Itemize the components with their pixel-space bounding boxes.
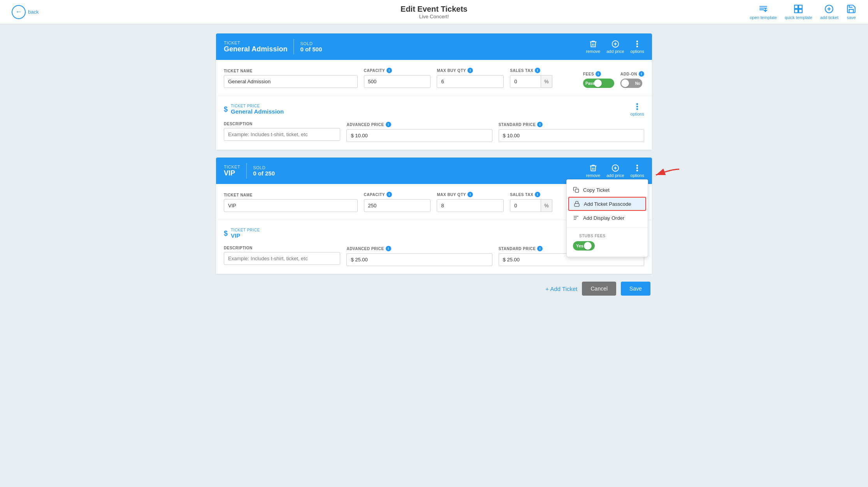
maxbuy-info-icon: i (467, 68, 473, 73)
ga-std-price-field: STANDARD PRICE i (499, 122, 644, 142)
ga-name-input[interactable] (224, 75, 358, 88)
vip-capacity-label: CAPACITY i (364, 192, 431, 197)
vip-options-dropdown: Copy Ticket Add Ticket Passcode Add Disp… (566, 179, 648, 257)
ga-addon-toggle-text: No (635, 81, 640, 86)
page-title-area: Edit Event Tickets Live Concert! (401, 5, 467, 19)
vip-ticket-name: VIP (224, 169, 240, 177)
vip-options-button[interactable]: options (631, 164, 644, 178)
save-toolbar-button[interactable]: save (846, 4, 856, 20)
vip-adv-label: ADVANCED PRICE i (346, 246, 492, 251)
ga-std-input[interactable] (499, 129, 644, 142)
vip-salestax-info-icon: i (535, 192, 540, 197)
svg-point-14 (637, 106, 638, 107)
vip-salestax-input[interactable] (510, 199, 541, 212)
ga-desc-input[interactable] (224, 128, 340, 141)
fees-info-icon: i (596, 71, 601, 77)
cancel-button[interactable]: Cancel (582, 282, 616, 296)
ga-ticket-label: Ticket (224, 40, 287, 45)
vip-desc-field: DESCRIPTION (224, 246, 340, 266)
ga-price-header-left: $ Ticket Price General Admission (224, 104, 284, 115)
main-content: Ticket General Admission Sold 0 of 500 r… (200, 24, 668, 305)
vip-divider (246, 163, 247, 179)
page-title: Edit Event Tickets (401, 5, 467, 14)
vip-add-price-button[interactable]: add price (606, 164, 624, 178)
vip-adv-input[interactable] (346, 253, 492, 266)
vip-capacity-info-icon: i (387, 192, 392, 197)
vip-dollar-icon: $ (224, 229, 228, 238)
svg-rect-3 (799, 9, 803, 13)
ga-options-button[interactable]: options (631, 40, 644, 54)
add-display-order-item[interactable]: Add Display Order (567, 211, 648, 225)
general-admission-header: Ticket General Admission Sold 0 of 500 r… (216, 33, 652, 60)
red-arrow (648, 165, 687, 185)
ga-adv-input[interactable] (346, 129, 492, 142)
vip-capacity-input[interactable] (364, 199, 431, 212)
svg-rect-26 (575, 203, 579, 206)
vip-card-wrapper: Ticket VIP Sold 0 of 250 remove (216, 158, 652, 274)
ga-capacity-label: CAPACITY i (364, 68, 431, 73)
ga-price-fields: DESCRIPTION ADVANCED PRICE i STANDARD PR… (224, 122, 644, 142)
vip-adv-info-icon: i (386, 246, 391, 251)
vip-name-label: TICKET NAME (224, 193, 358, 197)
ga-divider (293, 39, 294, 54)
ga-price-ticket-label: Ticket Price (231, 104, 284, 108)
bottom-actions: + Add Ticket Cancel Save (216, 282, 652, 296)
ga-salestax-input[interactable] (510, 75, 541, 88)
copy-ticket-item[interactable]: Copy Ticket (567, 183, 648, 197)
vip-price-name: VIP (231, 232, 260, 239)
ga-price-options-button[interactable]: options (631, 102, 644, 116)
ga-price-name: General Admission (231, 108, 284, 115)
vip-name-input[interactable] (224, 199, 358, 212)
svg-point-13 (637, 103, 638, 105)
svg-point-15 (637, 109, 638, 110)
stubs-fees-toggle[interactable]: Yes (573, 241, 595, 251)
back-button[interactable]: ← back (12, 5, 43, 19)
vip-maxbuy-input[interactable] (437, 199, 504, 212)
ga-remove-label: remove (586, 49, 601, 54)
ga-remove-button[interactable]: remove (586, 40, 601, 54)
ga-capacity-field: CAPACITY i (364, 68, 431, 88)
ga-sold-group: Sold 0 of 500 (300, 41, 322, 53)
vip-remove-label: remove (586, 173, 601, 178)
general-admission-label-group: Ticket General Admission (224, 40, 287, 53)
salestax-info-icon: i (535, 68, 540, 73)
vip-maxbuy-field: MAX BUY QTY i (437, 192, 504, 212)
add-ticket-toolbar-label: add ticket (820, 15, 838, 20)
add-ticket-passcode-item[interactable]: Add Ticket Passcode (568, 197, 646, 211)
stubs-fees-label: STUBS FEES (573, 231, 641, 239)
svg-point-20 (637, 168, 638, 169)
add-ticket-label: + Add Ticket (545, 286, 577, 292)
ga-adv-info-icon: i (386, 122, 391, 127)
svg-rect-0 (795, 5, 798, 9)
quick-template-button[interactable]: quick template (785, 4, 812, 20)
ga-price-section: $ Ticket Price General Admission options… (216, 96, 652, 150)
ga-add-price-button[interactable]: add price (606, 40, 624, 54)
ga-maxbuy-input[interactable] (437, 75, 504, 88)
ga-adv-label: ADVANCED PRICE i (346, 122, 492, 127)
ga-desc-field: DESCRIPTION (224, 122, 340, 142)
add-ticket-button[interactable]: + Add Ticket (545, 286, 577, 292)
ga-maxbuy-label: MAX BUY QTY i (437, 68, 504, 73)
add-ticket-passcode-label: Add Ticket Passcode (584, 201, 631, 207)
vip-header-left: Ticket VIP Sold 0 of 250 (224, 163, 275, 179)
add-ticket-toolbar-button[interactable]: add ticket (820, 4, 838, 20)
vip-sold-value: 0 of 250 (253, 170, 275, 177)
save-button[interactable]: Save (621, 282, 650, 296)
ga-capacity-input[interactable] (364, 75, 431, 88)
save-toolbar-label: save (847, 15, 856, 20)
ga-dollar-icon: $ (224, 105, 228, 114)
vip-desc-input[interactable] (224, 252, 340, 265)
open-template-button[interactable]: open template (750, 4, 777, 20)
vip-price-title: Ticket Price VIP (231, 228, 260, 239)
vip-sold-label: Sold (253, 165, 275, 170)
page-subtitle: Live Concert! (401, 14, 467, 19)
open-template-label: open template (750, 15, 777, 20)
ga-ticket-body: TICKET NAME CAPACITY i MAX BUY QTY i (216, 60, 652, 96)
ga-addon-toggle[interactable]: No (620, 79, 642, 88)
ga-adv-price-field: ADVANCED PRICE i (346, 122, 492, 142)
vip-remove-button[interactable]: remove (586, 164, 601, 178)
add-display-order-label: Add Display Order (583, 215, 624, 221)
ga-fees-toggle-text: Pass On (585, 81, 601, 86)
vip-name-field: TICKET NAME (224, 193, 358, 212)
ga-fees-toggle[interactable]: Pass On (583, 79, 614, 88)
